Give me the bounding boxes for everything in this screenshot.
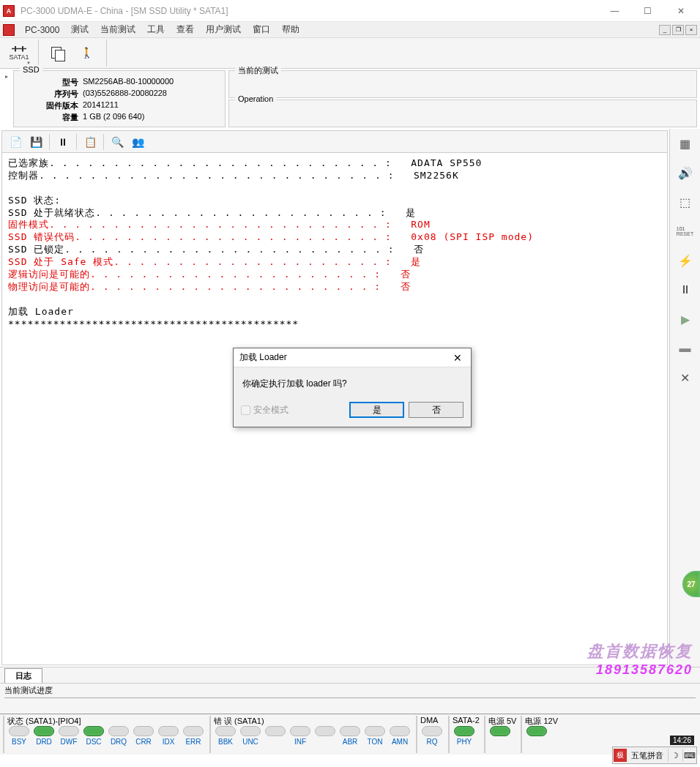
status-group-title: 错 误 (SATA1) [214, 716, 412, 726]
copy-log-button[interactable]: 📋 [81, 132, 100, 151]
led-icon [265, 726, 286, 736]
pause-tool-button[interactable]: ⏸ [674, 278, 697, 302]
play-button[interactable]: ▶ [674, 307, 697, 331]
status-group: 电源 5V [484, 716, 517, 753]
indicator-label [275, 738, 277, 746]
current-test-panel: 当前的测试 [228, 70, 697, 98]
find-button[interactable]: 🔍 [108, 132, 127, 151]
device-button[interactable]: ▬ [674, 337, 697, 360]
info-row: ▸ SSD 型号SM2256AB-80-10000000序列号(03)55268… [0, 69, 700, 129]
ssd-info-row: 序列号(03)5526888-20080228 [20, 89, 219, 100]
indicator-label: CRR [135, 738, 152, 746]
indicator-label: ERR [185, 738, 201, 746]
ime-bar[interactable]: 极 五笔拼音 ☽ ⌨ [612, 747, 697, 764]
copy-button[interactable] [45, 40, 71, 67]
ssd-field-value: SM2256AB-80-10000000 [83, 77, 174, 88]
window-title: PC-3000 UDMA-E - China - [SM SSD Utility… [21, 6, 598, 16]
status-indicator: ERR [182, 726, 205, 746]
mdi-minimize-button[interactable]: _ [659, 25, 671, 35]
menu-user-test[interactable]: 用户测试 [200, 22, 247, 37]
menu-window[interactable]: 窗口 [247, 22, 276, 37]
status-indicator: DRQ [107, 726, 130, 746]
indicator-label: UNC [242, 738, 258, 746]
indicator-label: INF [294, 738, 306, 746]
safe-mode-input[interactable] [241, 405, 250, 415]
status-group-title: SATA-2 [453, 716, 480, 726]
copy-icon [51, 47, 64, 60]
chip-button[interactable]: ▦ [674, 132, 697, 155]
mdi-restore-button[interactable]: ❐ [672, 25, 684, 35]
ssd-panel-title: SSD [20, 65, 42, 74]
indicator-label: AMN [392, 738, 408, 746]
save-button[interactable]: 💾 [26, 132, 45, 151]
settings-button[interactable]: ✕ [674, 366, 697, 389]
indicator-label: PHY [457, 738, 472, 746]
collapse-handle-left[interactable]: ▸ [3, 70, 10, 127]
moon-icon[interactable]: ☽ [668, 749, 681, 762]
ssd-field-label: 型号 [20, 77, 78, 88]
menubar: PC-3000 测试 当前测试 工具 查看 用户测试 窗口 帮助 _ ❐ × [0, 22, 700, 38]
watermark-line2: 18913587620 [587, 662, 693, 678]
safe-mode-checkbox[interactable]: 安全模式 [241, 404, 288, 416]
led-icon [183, 726, 204, 736]
mdi-close-button[interactable]: × [685, 25, 697, 35]
power-button[interactable]: ⚡ [674, 249, 697, 272]
maximize-button[interactable]: ☐ [631, 1, 664, 21]
exit-button[interactable] [74, 40, 100, 67]
menu-view[interactable]: 查看 [171, 22, 200, 37]
ssd-info-row: 固件版本20141211 [20, 100, 219, 111]
audio-button[interactable]: 🔊 [674, 161, 697, 184]
led-icon [83, 726, 104, 736]
status-indicator [525, 726, 548, 746]
titlebar: A PC-3000 UDMA-E - China - [SM SSD Utili… [0, 0, 700, 22]
ic-button[interactable]: ⬚ [674, 190, 697, 214]
new-button[interactable]: 📄 [6, 132, 25, 151]
led-icon [34, 726, 54, 736]
led-icon [422, 726, 442, 736]
led-icon [158, 726, 179, 736]
no-button[interactable]: 否 [409, 402, 463, 418]
indicator-label: TON [368, 738, 383, 746]
reset-button[interactable]: 101RESET [674, 220, 697, 243]
status-indicator: AMN [388, 726, 412, 746]
status-indicator [488, 726, 512, 746]
status-indicator: UNC [239, 726, 262, 746]
ssd-field-label: 序列号 [20, 89, 78, 100]
status-indicator [264, 726, 287, 746]
menu-current-test[interactable]: 当前测试 [94, 22, 141, 37]
current-test-title: 当前的测试 [235, 65, 281, 76]
status-indicator: ABR [338, 726, 362, 746]
led-icon [290, 726, 310, 736]
led-icon [59, 726, 79, 736]
led-icon [215, 726, 236, 736]
find-next-button[interactable]: 👥 [128, 132, 147, 151]
tab-log[interactable]: 日志 [4, 668, 42, 683]
led-icon [108, 726, 129, 736]
menu-help[interactable]: 帮助 [276, 22, 305, 37]
status-indicator: DSC [82, 726, 105, 746]
close-button[interactable]: ✕ [664, 1, 697, 21]
menu-test[interactable]: 测试 [65, 22, 94, 37]
menu-tools[interactable]: 工具 [141, 22, 171, 37]
ssd-field-label: 容量 [20, 112, 78, 123]
watermark: 盘首数据恢复 18913587620 [587, 640, 693, 678]
ssd-field-value: (03)5526888-20080228 [83, 89, 167, 100]
pause-button[interactable]: ⏸ [53, 132, 72, 151]
status-indicator: CRR [132, 726, 155, 746]
dialog-close-button[interactable]: ✕ [450, 352, 465, 364]
menu-app[interactable]: PC-3000 [19, 23, 65, 37]
ime-icon[interactable]: 极 [614, 749, 627, 762]
indicator-label: BSY [12, 738, 26, 746]
status-group-title: 电源 12V [525, 716, 558, 726]
yes-button[interactable]: 是 [349, 402, 404, 418]
operation-title: Operation [235, 94, 276, 103]
led-icon [315, 726, 335, 736]
status-group-title: 状态 (SATA1)-[PIO4] [7, 716, 205, 726]
log-line: SSD 错误代码. . . . . . . . . . . . . . . . … [8, 231, 661, 244]
ssd-field-value: 1 GB (2 096 640) [83, 112, 144, 123]
minimize-button[interactable]: — [598, 1, 631, 21]
keyboard-icon[interactable]: ⌨ [682, 749, 696, 762]
sata-port-button[interactable]: SATA1 ▼ [6, 40, 32, 67]
indicator-label: DWF [61, 738, 78, 746]
log-line: 加载 Loader [8, 306, 661, 318]
